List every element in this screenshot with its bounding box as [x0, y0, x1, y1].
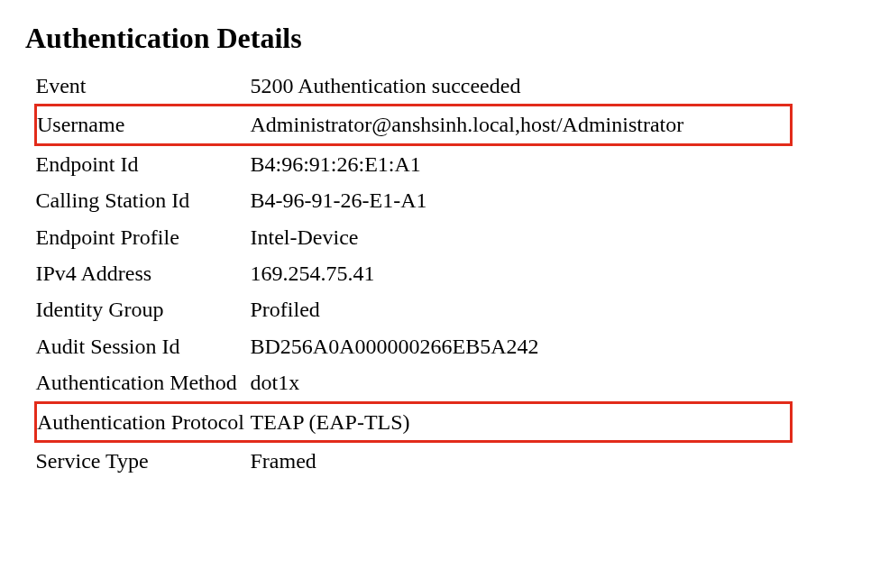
label-ipv4: IPv4 Address: [36, 255, 251, 291]
page-title: Authentication Details: [25, 22, 855, 55]
label-audit-session: Audit Session Id: [36, 328, 251, 364]
value-event: 5200 Authentication succeeded: [251, 68, 792, 106]
row-ipv4: IPv4 Address 169.254.75.41: [36, 255, 792, 291]
row-auth-protocol: Authentication Protocol TEAP (EAP-TLS): [36, 402, 792, 441]
value-username: Administrator@anshsinh.local,host/Admini…: [251, 106, 792, 144]
value-calling-station: B4-96-91-26-E1-A1: [251, 182, 792, 218]
row-auth-method: Authentication Method dot1x: [36, 364, 792, 402]
value-service-type: Framed: [251, 441, 792, 479]
value-endpoint-id: B4:96:91:26:E1:A1: [251, 144, 792, 182]
row-endpoint-id: Endpoint Id B4:96:91:26:E1:A1: [36, 144, 792, 182]
row-audit-session: Audit Session Id BD256A0A000000266EB5A24…: [36, 328, 792, 364]
label-endpoint-id: Endpoint Id: [36, 144, 251, 182]
label-event: Event: [36, 68, 251, 106]
row-event: Event 5200 Authentication succeeded: [36, 68, 792, 106]
label-service-type: Service Type: [36, 441, 251, 479]
row-endpoint-profile: Endpoint Profile Intel-Device: [36, 219, 792, 255]
value-ipv4: 169.254.75.41: [251, 255, 792, 291]
row-service-type: Service Type Framed: [36, 441, 792, 479]
row-username: Username Administrator@anshsinh.local,ho…: [36, 106, 792, 144]
label-endpoint-profile: Endpoint Profile: [36, 219, 251, 255]
value-auth-method: dot1x: [251, 364, 792, 402]
label-username: Username: [36, 106, 251, 144]
label-auth-method: Authentication Method: [36, 364, 251, 402]
label-calling-station: Calling Station Id: [36, 182, 251, 218]
label-auth-protocol: Authentication Protocol: [36, 402, 251, 441]
value-identity-group: Profiled: [251, 291, 792, 327]
value-audit-session: BD256A0A000000266EB5A242: [251, 328, 792, 364]
label-identity-group: Identity Group: [36, 291, 251, 327]
auth-details-table: Event 5200 Authentication succeeded User…: [34, 68, 793, 479]
value-auth-protocol: TEAP (EAP-TLS): [251, 402, 792, 441]
row-identity-group: Identity Group Profiled: [36, 291, 792, 327]
value-endpoint-profile: Intel-Device: [251, 219, 792, 255]
row-calling-station: Calling Station Id B4-96-91-26-E1-A1: [36, 182, 792, 218]
